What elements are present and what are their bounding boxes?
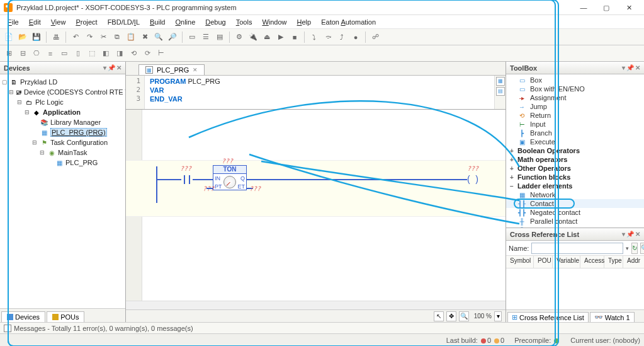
tree-root[interactable]: Przyklad LD	[20, 78, 57, 86]
tb-cat-funcblocks[interactable]: +Function blocks	[506, 173, 644, 182]
contact-label[interactable]: ???	[180, 165, 191, 172]
tb-contact[interactable]: ┨┠Contact	[506, 199, 644, 208]
paste-icon[interactable]: 📋	[125, 31, 137, 43]
coil-element[interactable]	[467, 174, 478, 185]
menu-eaton[interactable]: Eaton Automation	[316, 17, 381, 27]
minimize-button[interactable]: —	[572, 1, 595, 14]
crossref-dropdown-icon[interactable]: ▾	[622, 231, 625, 238]
tb-box[interactable]: ▭Box	[506, 76, 644, 84]
tree-application[interactable]: Application	[43, 108, 81, 116]
cut-icon[interactable]: ✂	[97, 31, 110, 43]
crossref-refresh-button[interactable]: ↻	[631, 243, 638, 254]
tab-devices[interactable]: Devices	[1, 311, 45, 322]
zoom-icon[interactable]: 🔍	[459, 311, 469, 321]
menu-project[interactable]: Project	[71, 17, 102, 27]
close-button[interactable]: ✕	[618, 1, 640, 14]
menu-help[interactable]: Help	[292, 17, 317, 27]
tb-branch[interactable]: ┣Branch	[506, 129, 644, 137]
stepover-icon[interactable]: ⤼	[322, 31, 334, 43]
start-icon[interactable]: ▶	[274, 31, 287, 43]
tb-cat-math[interactable]: +Math operators	[506, 155, 644, 164]
crossref-close-icon[interactable]: ✕	[635, 231, 640, 238]
menu-fbd[interactable]: FBD/LD/IL	[103, 17, 145, 27]
menu-build[interactable]: Build	[145, 17, 170, 27]
crossref-body[interactable]	[506, 268, 644, 309]
list2-icon[interactable]: ▤	[213, 31, 226, 43]
stop-icon[interactable]: ■	[288, 31, 301, 43]
zoom-level[interactable]: 100 %	[474, 313, 492, 320]
lt-6-icon[interactable]: ▯	[72, 47, 84, 60]
lt-8-icon[interactable]: ◧	[99, 47, 112, 60]
ladder-editor[interactable]: 1 ??? ??? TON IN Q PT ET	[126, 110, 506, 322]
tree-device[interactable]: Device (CODESYS Control RTE V3)	[24, 88, 125, 96]
tb-ncontact[interactable]: ┫┣Negated contact	[506, 208, 644, 217]
lt-3-icon[interactable]: ⎔	[30, 47, 43, 60]
crossref-pin-icon[interactable]: 📌	[626, 231, 634, 238]
tree-plcprg[interactable]: PLC_PRG (PRG)	[50, 128, 107, 137]
undo-icon[interactable]: ↶	[69, 31, 82, 43]
et-value[interactable]: ???	[249, 185, 261, 192]
findnext-icon[interactable]: 🔎	[166, 31, 179, 43]
tree-libmgr[interactable]: Library Manager	[50, 118, 101, 126]
tb-cat-ladder[interactable]: −Ladder elements	[506, 182, 644, 190]
menu-tools[interactable]: Tools	[231, 17, 257, 27]
find-icon[interactable]: 🔍	[152, 31, 165, 43]
copy-icon[interactable]: ⧉	[111, 31, 123, 43]
crossref-combo-icon[interactable]: ▾	[626, 245, 629, 251]
crossref-name-input[interactable]	[531, 243, 623, 254]
logout-icon[interactable]: ⏏	[261, 31, 273, 43]
open-icon[interactable]: 📂	[16, 31, 29, 43]
lt-11-icon[interactable]: ⟳	[141, 47, 154, 60]
menu-file[interactable]: File	[3, 17, 24, 27]
col-type[interactable]: Type	[604, 256, 623, 268]
col-access[interactable]: Access	[580, 256, 604, 268]
lt-5-icon[interactable]: ▭	[58, 47, 71, 60]
tb-execute[interactable]: ▣Execute	[506, 137, 644, 146]
tree-taskchild[interactable]: PLC_PRG	[65, 159, 98, 166]
tree-plclogic[interactable]: Plc Logic	[35, 98, 64, 106]
tree-maintask[interactable]: MainTask	[58, 149, 87, 156]
zoom-dropdown-icon[interactable]: ▾	[494, 311, 502, 321]
lt-2-icon[interactable]: ⊟	[16, 47, 29, 60]
tb-input[interactable]: ⊢Input	[506, 120, 644, 129]
ladder-content[interactable]: ??? ??? TON IN Q PT ET ??? ??	[144, 161, 504, 216]
save-icon[interactable]: 💾	[30, 31, 43, 43]
menu-debug[interactable]: Debug	[200, 17, 230, 27]
redo-icon[interactable]: ↷	[83, 31, 96, 43]
login-icon[interactable]: 🔌	[247, 31, 259, 43]
fb-instance-label[interactable]: ???	[222, 158, 233, 164]
tb-return[interactable]: ⟲Return	[506, 111, 644, 120]
toolbox-dropdown-icon[interactable]: ▾	[622, 64, 625, 71]
lt-4-icon[interactable]: ≡	[44, 47, 57, 60]
cursor-icon[interactable]: ↖	[434, 311, 444, 321]
col-pou[interactable]: POU	[534, 256, 553, 268]
col-symbol[interactable]: Symbol	[506, 256, 534, 268]
tb-box-eneno[interactable]: ▭Box with EN/ENO	[506, 84, 644, 93]
panel-dropdown-icon[interactable]: ▾	[103, 64, 106, 71]
tb-assignment[interactable]: -▸Assignment	[506, 93, 644, 102]
tb-jump[interactable]: →Jump	[506, 102, 644, 111]
col-addr[interactable]: Addr	[623, 256, 644, 268]
toolbox-pin-icon[interactable]: 📌	[626, 64, 634, 71]
panel-close-icon[interactable]: ✕	[116, 64, 121, 71]
step-icon[interactable]: ⤵	[308, 31, 320, 43]
lt-10-icon[interactable]: ⟲	[127, 47, 140, 60]
new-icon[interactable]: 📄	[3, 31, 15, 43]
tab-pous[interactable]: POUs	[47, 311, 84, 322]
code-expand-icon[interactable]: ▤	[496, 87, 505, 96]
menu-online[interactable]: Online	[170, 17, 200, 27]
tab-crossref[interactable]: ⊞Cross Reference List	[507, 312, 589, 322]
lt-1-icon[interactable]: ⊞	[3, 47, 15, 60]
devices-tree[interactable]: ▢🗎Przyklad LD ⊟🖳Device (CODESYS Control …	[0, 74, 125, 308]
lt-7-icon[interactable]: ⬚	[86, 47, 98, 60]
menu-view[interactable]: View	[46, 17, 71, 27]
pan-icon[interactable]: ✥	[446, 311, 456, 321]
select-icon[interactable]: ▭	[186, 31, 198, 43]
declaration-editor[interactable]: 123 PROGRAM PLC_PRG VAR END_VAR ▦ ▤	[126, 76, 506, 110]
print-icon[interactable]: 🖶	[50, 31, 62, 43]
stepout-icon[interactable]: ⤴	[336, 31, 348, 43]
tab-close-icon[interactable]: ✕	[193, 67, 198, 73]
maximize-button[interactable]: ▢	[595, 1, 618, 14]
list-icon[interactable]: ☰	[200, 31, 212, 43]
build-icon[interactable]: ⚙	[233, 31, 246, 43]
